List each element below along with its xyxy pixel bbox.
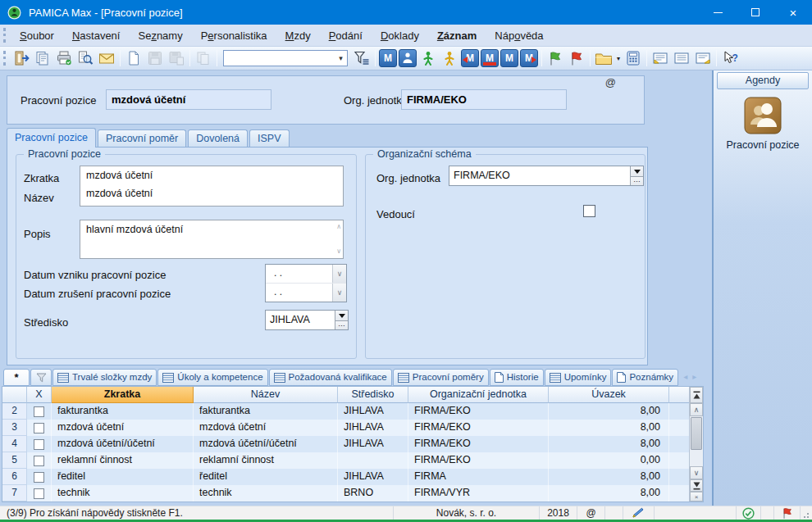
menu-item-mzdy[interactable]: Mzdy <box>276 26 320 45</box>
person-green-icon[interactable] <box>417 48 439 68</box>
cell-stredisko[interactable]: BRNO <box>338 485 408 502</box>
menu-item-zaznam[interactable]: Záznam <box>428 26 486 45</box>
mzdy-next-button[interactable]: M <box>520 49 538 67</box>
print-icon[interactable] <box>53 48 75 68</box>
tab-trvale-slozky-mzdy[interactable]: Trvalé složky mzdy <box>52 369 157 386</box>
popis-value[interactable]: hlavní mzdová účetní <box>80 220 343 238</box>
cell-zkratka[interactable]: mzdová účetní <box>52 420 194 436</box>
datum-vzniku-dropdown-icon[interactable]: ∨ <box>332 265 346 283</box>
tab-pozadovana-kvalifikace[interactable]: Požadovaná kvalifikace <box>269 369 392 386</box>
email-icon[interactable] <box>96 48 117 68</box>
tab-historie[interactable]: Historie <box>490 369 544 386</box>
org-unit-value-field[interactable]: FIRMA/EKO <box>401 89 567 110</box>
calculator-icon[interactable] <box>623 48 644 68</box>
help-icon[interactable]: ? <box>719 48 741 68</box>
org-jednotka-more-button[interactable]: … <box>630 177 643 185</box>
note-tasks-icon[interactable] <box>650 48 671 68</box>
menu-item-seznamy[interactable]: Seznamy <box>129 26 191 45</box>
table-row-4[interactable]: 4mzdová účetní/účetnímzdová účetní/účetn… <box>2 436 703 452</box>
zkratka-value[interactable]: mzdová účetní <box>80 166 343 184</box>
org-jednotka-combobox[interactable]: FIRMA/EKO … <box>449 166 644 186</box>
row-number[interactable]: 6 <box>2 469 27 485</box>
cell-uvazek[interactable]: 8,00 <box>549 420 669 436</box>
scrollbar-track[interactable] <box>690 451 703 466</box>
menu-item-doklady[interactable]: Doklady <box>372 26 428 45</box>
datum-zruseni-field[interactable]: . . ∨ <box>266 284 346 302</box>
toolbar-combobox[interactable]: ▾ <box>223 50 348 66</box>
scroll-up-icon[interactable]: ∧ <box>690 403 703 416</box>
popis-scroll-up-icon[interactable]: ∧ <box>336 224 341 230</box>
vedouci-checkbox[interactable] <box>583 205 595 217</box>
cell-org-jednotka[interactable]: FIRMA/EKO <box>408 420 549 436</box>
cell-nazev[interactable]: mzdová účetní/účetní <box>194 436 338 452</box>
cell-org-jednotka[interactable]: FIRMA/EKO <box>408 436 549 452</box>
print-preview-icon[interactable] <box>75 48 96 68</box>
row-checkbox[interactable] <box>34 472 44 483</box>
cell-org-jednotka[interactable]: FIRMA/EKO <box>408 403 549 420</box>
toolbar-grip[interactable] <box>3 51 6 66</box>
row-checkbox[interactable] <box>34 406 44 417</box>
stredisko-value[interactable]: JIHLAVA <box>266 311 335 329</box>
org-jednotka-value[interactable]: FIRMA/EKO <box>449 166 630 185</box>
menu-grip[interactable] <box>3 28 6 43</box>
row-number[interactable]: 7 <box>2 485 27 502</box>
mzdy-button[interactable]: M <box>379 49 397 67</box>
column-header-uvazek[interactable]: Úvazek <box>549 387 669 403</box>
scroll-last-record-icon[interactable] <box>690 479 703 492</box>
cell-uvazek[interactable]: 8,00 <box>549 436 669 452</box>
row-number[interactable]: 2 <box>2 403 27 420</box>
cell-org-jednotka[interactable]: FIRMA/EKO <box>408 452 549 469</box>
agendy-header-button[interactable]: Agendy <box>717 72 809 89</box>
column-header-nazev[interactable]: Název <box>194 387 338 403</box>
note-list-icon[interactable] <box>671 48 692 68</box>
tab-pracovni-pozice[interactable]: Pracovní pozice <box>7 128 96 148</box>
nazev-value[interactable]: mzdová účetní <box>80 184 343 202</box>
table-row-6[interactable]: 6ředitelředitelJIHLAVAFIRMA8,00 <box>2 469 703 485</box>
row-checkbox[interactable] <box>34 456 44 466</box>
copy-icon[interactable] <box>193 48 214 68</box>
table-row-3[interactable]: 3mzdová účetnímzdová účetníJIHLAVAFIRMA/… <box>2 420 703 436</box>
folder-dropdown-caret[interactable]: ▾ <box>614 55 623 62</box>
red-flag-icon[interactable] <box>566 48 587 68</box>
stredisko-combobox[interactable]: JIHLAVA … <box>265 310 349 330</box>
zkratka-nazev-field[interactable]: mzdová účetní mzdová účetní <box>80 166 344 207</box>
cell-stredisko[interactable]: JIHLAVA <box>338 420 408 436</box>
filter-icon[interactable] <box>351 48 372 68</box>
datum-zruseni-value[interactable]: . . <box>266 284 332 302</box>
table-row-5[interactable]: 5reklamní činnostreklamní činnostFIRMA/E… <box>2 452 703 469</box>
row-number[interactable]: 4 <box>2 436 27 452</box>
new-record-icon[interactable] <box>123 48 144 68</box>
cell-zkratka[interactable]: fakturantka <box>52 403 194 420</box>
tab-ukoly-a-kompetence[interactable]: Úkoly a kompetence <box>157 369 267 386</box>
scrollbar-split-button[interactable]: × <box>690 492 703 502</box>
menu-item-napoveda[interactable]: Nápověda <box>486 26 552 45</box>
mzdy-current-button[interactable]: M <box>481 49 499 67</box>
row-number[interactable]: 5 <box>2 452 27 469</box>
tab-new-asterisk[interactable]: * <box>3 369 30 386</box>
cell-uvazek[interactable]: 8,00 <box>549 403 669 420</box>
cell-zkratka[interactable]: mzdová účetní/účetní <box>52 436 194 452</box>
mzdy-prev-button[interactable]: M <box>461 49 479 67</box>
row-checkbox[interactable] <box>34 488 44 499</box>
bottom-tabs-scroll-arrows[interactable]: ◂▸ <box>683 372 701 381</box>
column-header-check[interactable]: X <box>27 387 52 403</box>
cell-nazev[interactable]: mzdová účetní <box>194 420 338 436</box>
cell-uvazek[interactable]: 8,00 <box>549 469 669 485</box>
cell-nazev[interactable]: ředitel <box>194 469 338 485</box>
status-red-flag-icon[interactable] <box>774 506 801 520</box>
tab-pracovni-pomer[interactable]: Pracovní poměr <box>98 129 186 148</box>
tab-ispv[interactable]: ISPV <box>249 129 290 148</box>
menu-item-personalistika[interactable]: Personalistika <box>192 26 276 45</box>
table-row-2[interactable]: 2fakturantkafakturantkaJIHLAVAFIRMA/EKO8… <box>2 403 703 420</box>
datum-vzniku-field[interactable]: . . ∨ <box>266 265 346 284</box>
cell-stredisko[interactable]: JIHLAVA <box>338 469 408 485</box>
cell-uvazek[interactable]: 0,00 <box>549 452 669 469</box>
cell-org-jednotka[interactable]: FIRMA/VYR <box>408 485 549 502</box>
column-header-stredisko[interactable]: Středisko <box>338 387 408 403</box>
save-icon[interactable] <box>144 48 166 68</box>
maximize-button[interactable] <box>737 0 774 25</box>
cell-zkratka[interactable]: technik <box>52 485 194 502</box>
cell-uvazek[interactable]: 8,00 <box>549 485 669 502</box>
tab-filter[interactable] <box>30 369 52 386</box>
toolbar-combobox-value[interactable] <box>224 51 335 66</box>
